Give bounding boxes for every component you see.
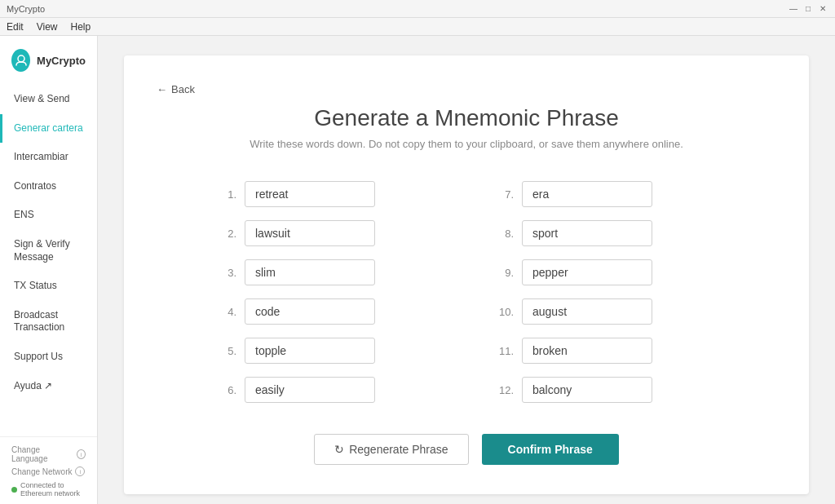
phrase-row-3: 3. slim — [214, 253, 442, 292]
phrase-word-1: retreat — [245, 181, 375, 207]
back-button[interactable]: ← Back — [157, 83, 195, 95]
mnemonic-card: ← Back Generate a Mnemonic Phrase Write … — [124, 55, 809, 494]
phrase-word-8: sport — [522, 220, 652, 246]
phrase-word-4: code — [245, 298, 375, 325]
change-language-icon: i — [77, 449, 86, 459]
phrase-num-1: 1. — [214, 188, 236, 201]
card-actions: ↻ Regenerate Phrase Confirm Phrase — [157, 434, 776, 465]
logo-icon — [11, 49, 30, 72]
sidebar-item-generar-cartera[interactable]: Generar cartera — [0, 114, 97, 144]
sidebar-item-ens[interactable]: ENS — [0, 201, 97, 230]
phrase-word-5: topple — [245, 338, 375, 364]
phrase-row-9: 9. pepper — [491, 253, 719, 292]
sidebar-item-ayuda[interactable]: Ayuda ↗ — [0, 372, 97, 401]
phrase-row-10: 10. august — [491, 292, 719, 331]
menu-view[interactable]: View — [37, 21, 58, 33]
sidebar: MyCrypto View & Send Generar cartera Int… — [0, 36, 98, 504]
phrase-word-7: era — [522, 181, 652, 207]
phrase-num-12: 12. — [491, 384, 514, 396]
connected-text: Connected to Ethereum network — [20, 481, 86, 497]
phrase-num-8: 8. — [491, 228, 514, 240]
sidebar-item-support[interactable]: Support Us — [0, 343, 97, 372]
phrase-row-1: 1. retreat — [214, 175, 442, 214]
phrase-col-right: 7. era 8. sport 9. pepper 10. august — [491, 175, 719, 409]
app-layout: MyCrypto View & Send Generar cartera Int… — [0, 36, 835, 504]
change-language-label: Change Language — [11, 445, 73, 463]
back-arrow-icon: ← — [157, 83, 167, 95]
phrase-num-7: 7. — [491, 188, 514, 201]
confirm-label: Confirm Phrase — [508, 443, 593, 456]
phrase-word-2: lawsuit — [245, 220, 375, 246]
phrase-num-3: 3. — [214, 267, 236, 279]
phrase-word-10: august — [522, 298, 652, 325]
change-network-item[interactable]: Change Network i — [11, 465, 86, 478]
menubar: Edit View Help — [0, 18, 835, 36]
logo-text: MyCrypto — [37, 55, 86, 67]
sidebar-nav: View & Send Generar cartera Intercambiar… — [0, 85, 97, 436]
phrase-num-10: 10. — [491, 306, 514, 318]
sidebar-item-intercambiar[interactable]: Intercambiar — [0, 143, 97, 172]
sidebar-logo: MyCrypto — [0, 44, 97, 85]
phrase-num-5: 5. — [214, 345, 236, 357]
phrase-word-9: pepper — [522, 259, 652, 285]
phrase-row-7: 7. era — [491, 175, 719, 214]
card-subtitle: Write these words down. Do not copy them… — [157, 138, 776, 150]
card-title: Generate a Mnemonic Phrase — [157, 105, 776, 131]
sidebar-bottom: Change Language i Change Network i Conne… — [0, 436, 97, 504]
sidebar-item-sign-verify[interactable]: Sign & Verify Message — [0, 230, 97, 272]
regenerate-label: Regenerate Phrase — [349, 443, 448, 456]
titlebar: MyCrypto — □ ✕ — [0, 0, 835, 18]
sidebar-item-contratos[interactable]: Contratos — [0, 172, 97, 201]
minimize-button[interactable]: — — [788, 3, 799, 15]
svg-point-0 — [18, 55, 24, 62]
phrase-row-5: 5. topple — [214, 331, 442, 370]
phrase-col-left: 1. retreat 2. lawsuit 3. slim 4. code — [214, 175, 442, 409]
phrase-word-11: broken — [522, 338, 652, 364]
change-network-label: Change Network — [11, 467, 72, 476]
phrase-row-6: 6. easily — [214, 370, 442, 409]
phrase-row-8: 8. sport — [491, 214, 719, 253]
connected-dot — [11, 487, 17, 493]
maximize-button[interactable]: □ — [802, 3, 814, 15]
change-network-icon: i — [75, 466, 85, 476]
menu-help[interactable]: Help — [70, 21, 91, 33]
phrase-word-3: slim — [245, 259, 375, 285]
regenerate-button[interactable]: ↻ Regenerate Phrase — [314, 434, 468, 465]
phrase-row-12: 12. balcony — [491, 370, 719, 409]
phrase-row-11: 11. broken — [491, 331, 719, 370]
phrase-row-4: 4. code — [214, 292, 442, 331]
refresh-icon: ↻ — [334, 443, 344, 456]
change-language-item[interactable]: Change Language i — [11, 444, 86, 465]
phrase-num-9: 9. — [491, 267, 514, 279]
sidebar-item-view-send[interactable]: View & Send — [0, 85, 97, 114]
titlebar-left: MyCrypto — [7, 4, 45, 14]
sidebar-item-tx-status[interactable]: TX Status — [0, 272, 97, 301]
connection-status: Connected to Ethereum network — [11, 481, 86, 497]
phrase-row-2: 2. lawsuit — [214, 214, 442, 253]
close-button[interactable]: ✕ — [817, 3, 828, 15]
phrase-num-2: 2. — [214, 228, 236, 240]
confirm-button[interactable]: Confirm Phrase — [482, 434, 619, 465]
phrase-word-6: easily — [245, 377, 375, 403]
phrase-num-6: 6. — [214, 384, 236, 396]
app-title: MyCrypto — [7, 4, 45, 14]
back-label: Back — [171, 83, 195, 95]
sidebar-item-broadcast[interactable]: Broadcast Transaction — [0, 301, 97, 343]
main-content: ← Back Generate a Mnemonic Phrase Write … — [98, 36, 835, 504]
window-controls: — □ ✕ — [788, 3, 828, 15]
phrase-num-11: 11. — [491, 345, 514, 357]
phrase-word-12: balcony — [522, 377, 652, 403]
phrase-grid: 1. retreat 2. lawsuit 3. slim 4. code — [214, 175, 719, 409]
menu-edit[interactable]: Edit — [7, 21, 24, 33]
phrase-num-4: 4. — [214, 306, 236, 318]
